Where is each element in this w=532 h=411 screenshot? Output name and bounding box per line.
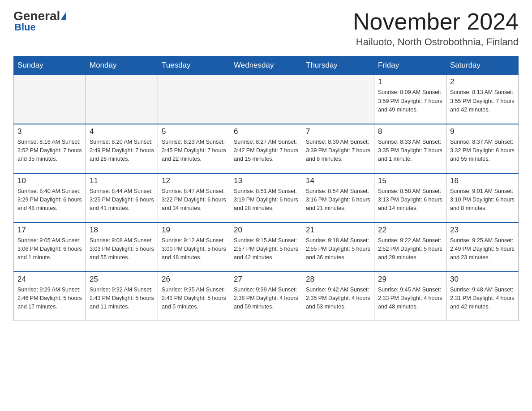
day-number: 22 [378, 226, 442, 235]
calendar-week-row: 17Sunrise: 9:05 AM Sunset: 3:06 PM Dayli… [14, 223, 519, 272]
calendar-day-cell: 12Sunrise: 8:47 AM Sunset: 3:22 PM Dayli… [158, 173, 230, 223]
day-number: 16 [450, 176, 515, 185]
calendar-week-row: 10Sunrise: 8:40 AM Sunset: 3:29 PM Dayli… [14, 173, 519, 223]
day-info: Sunrise: 9:05 AM Sunset: 3:06 PM Dayligh… [17, 236, 82, 262]
day-info: Sunrise: 9:42 AM Sunset: 2:35 PM Dayligh… [306, 286, 370, 312]
calendar-day-cell: 10Sunrise: 8:40 AM Sunset: 3:29 PM Dayli… [14, 173, 86, 223]
calendar-day-cell: 18Sunrise: 9:08 AM Sunset: 3:03 PM Dayli… [86, 223, 158, 272]
calendar-day-cell: 28Sunrise: 9:42 AM Sunset: 2:35 PM Dayli… [302, 272, 374, 321]
calendar-day-cell: 6Sunrise: 8:27 AM Sunset: 3:42 PM Daylig… [230, 124, 302, 173]
day-number: 23 [450, 226, 515, 235]
location-subtitle: Hailuoto, North Ostrobothnia, Finland [353, 36, 519, 48]
calendar-day-cell [302, 75, 374, 124]
calendar-day-cell: 20Sunrise: 9:15 AM Sunset: 2:57 PM Dayli… [230, 223, 302, 272]
logo: General Blue [13, 9, 66, 33]
day-number: 13 [234, 176, 298, 185]
month-year-title: November 2024 [353, 9, 519, 34]
day-number: 14 [306, 176, 370, 185]
day-number: 15 [378, 176, 442, 185]
day-number: 19 [162, 226, 226, 235]
calendar-day-cell: 24Sunrise: 9:29 AM Sunset: 2:46 PM Dayli… [14, 272, 86, 321]
day-number: 20 [234, 226, 298, 235]
day-number: 25 [90, 275, 154, 284]
calendar-day-cell [86, 75, 158, 124]
calendar-day-cell: 19Sunrise: 9:12 AM Sunset: 3:00 PM Dayli… [158, 223, 230, 272]
day-number: 17 [17, 226, 82, 235]
day-number: 29 [378, 275, 442, 284]
day-info: Sunrise: 9:22 AM Sunset: 2:52 PM Dayligh… [378, 236, 442, 262]
calendar-weekday-header: Tuesday [158, 56, 230, 75]
day-info: Sunrise: 8:20 AM Sunset: 3:49 PM Dayligh… [90, 138, 154, 164]
day-number: 9 [450, 127, 515, 136]
day-info: Sunrise: 9:18 AM Sunset: 2:55 PM Dayligh… [306, 236, 370, 262]
calendar-week-row: 24Sunrise: 9:29 AM Sunset: 2:46 PM Dayli… [14, 272, 519, 321]
calendar-header-row: SundayMondayTuesdayWednesdayThursdayFrid… [14, 56, 519, 75]
day-number: 6 [234, 127, 298, 136]
calendar-weekday-header: Saturday [446, 56, 519, 75]
calendar-day-cell [158, 75, 230, 124]
day-info: Sunrise: 8:37 AM Sunset: 3:32 PM Dayligh… [450, 138, 515, 164]
title-area: November 2024 Hailuoto, North Ostrobothn… [353, 9, 519, 48]
day-number: 7 [306, 127, 370, 136]
day-info: Sunrise: 8:44 AM Sunset: 3:25 PM Dayligh… [90, 187, 154, 213]
day-number: 18 [90, 226, 154, 235]
day-info: Sunrise: 9:48 AM Sunset: 2:31 PM Dayligh… [450, 286, 515, 312]
logo-blue-text: Blue [14, 21, 36, 33]
calendar-day-cell: 9Sunrise: 8:37 AM Sunset: 3:32 PM Daylig… [446, 124, 519, 173]
calendar-day-cell: 22Sunrise: 9:22 AM Sunset: 2:52 PM Dayli… [374, 223, 446, 272]
day-number: 26 [162, 275, 226, 284]
calendar-day-cell: 4Sunrise: 8:20 AM Sunset: 3:49 PM Daylig… [86, 124, 158, 173]
calendar-day-cell: 1Sunrise: 8:09 AM Sunset: 3:59 PM Daylig… [374, 75, 446, 124]
calendar-weekday-header: Thursday [302, 56, 374, 75]
calendar-day-cell: 17Sunrise: 9:05 AM Sunset: 3:06 PM Dayli… [14, 223, 86, 272]
day-info: Sunrise: 9:01 AM Sunset: 3:10 PM Dayligh… [450, 187, 515, 213]
day-number: 11 [90, 176, 154, 185]
calendar-weekday-header: Wednesday [230, 56, 302, 75]
calendar-day-cell: 3Sunrise: 8:16 AM Sunset: 3:52 PM Daylig… [14, 124, 86, 173]
day-info: Sunrise: 9:15 AM Sunset: 2:57 PM Dayligh… [234, 236, 298, 262]
calendar-day-cell: 13Sunrise: 8:51 AM Sunset: 3:19 PM Dayli… [230, 173, 302, 223]
day-number: 1 [378, 77, 442, 86]
calendar-day-cell [230, 75, 302, 124]
calendar-weekday-header: Sunday [14, 56, 86, 75]
calendar-day-cell: 27Sunrise: 9:39 AM Sunset: 2:38 PM Dayli… [230, 272, 302, 321]
calendar-day-cell: 15Sunrise: 8:58 AM Sunset: 3:13 PM Dayli… [374, 173, 446, 223]
day-number: 2 [450, 77, 515, 86]
day-info: Sunrise: 8:13 AM Sunset: 3:55 PM Dayligh… [450, 88, 515, 114]
calendar-day-cell: 5Sunrise: 8:23 AM Sunset: 3:45 PM Daylig… [158, 124, 230, 173]
day-info: Sunrise: 8:23 AM Sunset: 3:45 PM Dayligh… [162, 138, 226, 164]
calendar-day-cell: 11Sunrise: 8:44 AM Sunset: 3:25 PM Dayli… [86, 173, 158, 223]
calendar-day-cell: 8Sunrise: 8:33 AM Sunset: 3:35 PM Daylig… [374, 124, 446, 173]
day-info: Sunrise: 9:39 AM Sunset: 2:38 PM Dayligh… [234, 286, 298, 312]
calendar-day-cell: 16Sunrise: 9:01 AM Sunset: 3:10 PM Dayli… [446, 173, 519, 223]
day-info: Sunrise: 9:08 AM Sunset: 3:03 PM Dayligh… [90, 236, 154, 262]
day-number: 3 [17, 127, 82, 136]
calendar-day-cell: 29Sunrise: 9:45 AM Sunset: 2:33 PM Dayli… [374, 272, 446, 321]
day-number: 10 [17, 176, 82, 185]
day-info: Sunrise: 9:35 AM Sunset: 2:41 PM Dayligh… [162, 286, 226, 312]
calendar-day-cell: 2Sunrise: 8:13 AM Sunset: 3:55 PM Daylig… [446, 75, 519, 124]
day-info: Sunrise: 8:54 AM Sunset: 3:16 PM Dayligh… [306, 187, 370, 213]
calendar-day-cell: 14Sunrise: 8:54 AM Sunset: 3:16 PM Dayli… [302, 173, 374, 223]
day-info: Sunrise: 9:12 AM Sunset: 3:00 PM Dayligh… [162, 236, 226, 262]
day-number: 30 [450, 275, 515, 284]
calendar-day-cell: 21Sunrise: 9:18 AM Sunset: 2:55 PM Dayli… [302, 223, 374, 272]
calendar-day-cell: 26Sunrise: 9:35 AM Sunset: 2:41 PM Dayli… [158, 272, 230, 321]
logo-triangle-icon [61, 12, 66, 20]
day-info: Sunrise: 9:32 AM Sunset: 2:43 PM Dayligh… [90, 286, 154, 312]
day-info: Sunrise: 9:25 AM Sunset: 2:49 PM Dayligh… [450, 236, 515, 262]
day-info: Sunrise: 8:16 AM Sunset: 3:52 PM Dayligh… [17, 138, 82, 164]
day-number: 24 [17, 275, 82, 284]
day-info: Sunrise: 8:47 AM Sunset: 3:22 PM Dayligh… [162, 187, 226, 213]
day-info: Sunrise: 8:51 AM Sunset: 3:19 PM Dayligh… [234, 187, 298, 213]
day-number: 8 [378, 127, 442, 136]
day-info: Sunrise: 9:45 AM Sunset: 2:33 PM Dayligh… [378, 286, 442, 312]
header: General Blue November 2024 Hailuoto, Nor… [13, 9, 519, 48]
day-number: 4 [90, 127, 154, 136]
calendar-weekday-header: Monday [86, 56, 158, 75]
day-info: Sunrise: 9:29 AM Sunset: 2:46 PM Dayligh… [17, 286, 82, 312]
calendar-day-cell: 23Sunrise: 9:25 AM Sunset: 2:49 PM Dayli… [446, 223, 519, 272]
day-info: Sunrise: 8:40 AM Sunset: 3:29 PM Dayligh… [17, 187, 82, 213]
day-number: 12 [162, 176, 226, 185]
calendar-weekday-header: Friday [374, 56, 446, 75]
